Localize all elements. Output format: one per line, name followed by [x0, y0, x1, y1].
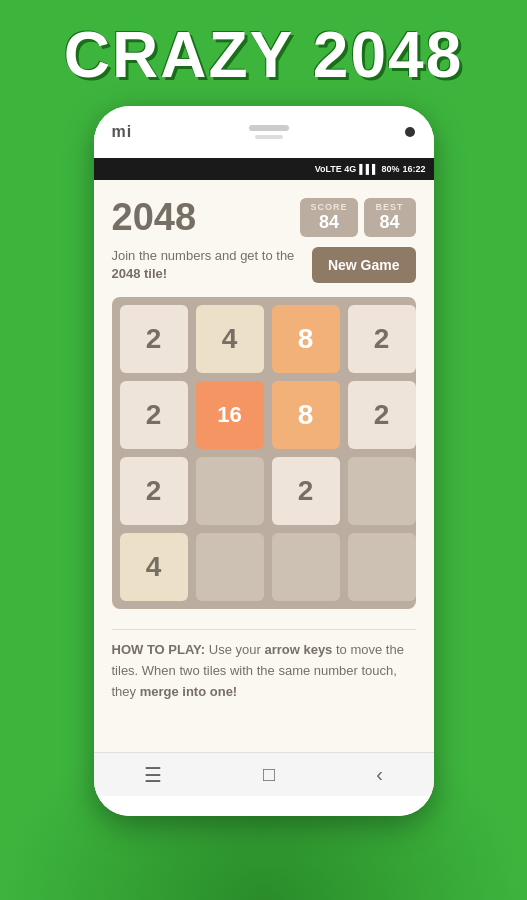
phone-top-center [249, 125, 289, 139]
signal-bars: ▌▌▌ [359, 164, 378, 174]
game-header: 2048 SCORE 84 BEST 84 [112, 196, 416, 239]
status-icons: VoLTE 4G ▌▌▌ 80% 16:22 [315, 164, 426, 174]
subtitle-bold: 2048 tile! [112, 266, 168, 281]
tile: 2 [348, 305, 416, 373]
game-title: 2048 [112, 196, 197, 239]
tile: 2 [348, 381, 416, 449]
tile: 8 [272, 305, 340, 373]
phone-bottom [94, 796, 434, 816]
phone-speaker [249, 125, 289, 131]
tile: 2 [120, 457, 188, 525]
tile [348, 457, 416, 525]
best-label: BEST [374, 202, 406, 212]
arrow-keys-bold: arrow keys [264, 642, 332, 657]
how-to-play-text1: Use your [209, 642, 265, 657]
tile: 2 [272, 457, 340, 525]
game-content: 2048 SCORE 84 BEST 84 Join the numbers a… [94, 180, 434, 752]
tile [272, 533, 340, 601]
tile [196, 533, 264, 601]
tile: 2 [120, 305, 188, 373]
tile [196, 457, 264, 525]
phone-brand: mi [112, 123, 133, 141]
best-value: 84 [374, 212, 406, 233]
tile: 2 [120, 381, 188, 449]
how-to-play-heading: HOW TO PLAY: [112, 642, 209, 657]
tile: 4 [120, 533, 188, 601]
time-display: 16:22 [402, 164, 425, 174]
phone-bottom-bar: ☰ □ ‹ [94, 752, 434, 796]
best-box: BEST 84 [364, 198, 416, 237]
menu-nav-icon[interactable]: ☰ [144, 763, 162, 787]
phone-camera [405, 127, 415, 137]
score-container: SCORE 84 BEST 84 [300, 198, 415, 237]
status-bar: VoLTE 4G ▌▌▌ 80% 16:22 [94, 158, 434, 180]
subtitle-text: Join the numbers and get to the [112, 248, 295, 263]
tile: 4 [196, 305, 264, 373]
phone-earpiece [255, 135, 283, 139]
battery-icon: 80% [381, 164, 399, 174]
back-nav-icon[interactable]: ‹ [376, 763, 383, 786]
how-to-play: HOW TO PLAY: Use your arrow keys to move… [112, 629, 416, 702]
new-game-button[interactable]: New Game [312, 247, 416, 283]
tile [348, 533, 416, 601]
tile: 16 [196, 381, 264, 449]
subtitle-row: Join the numbers and get to the 2048 til… [112, 247, 416, 283]
score-label: SCORE [310, 202, 347, 212]
tile: 8 [272, 381, 340, 449]
phone-shell: mi VoLTE 4G ▌▌▌ 80% 16:22 2048 SCORE 84 [94, 106, 434, 816]
phone-top-bar: mi [94, 106, 434, 158]
game-board[interactable]: 248221682224 [112, 297, 416, 609]
merge-text-bold: merge into one! [140, 684, 238, 699]
home-nav-icon[interactable]: □ [263, 763, 275, 786]
score-box: SCORE 84 [300, 198, 357, 237]
game-subtitle: Join the numbers and get to the 2048 til… [112, 247, 302, 283]
app-title: Crazy 2048 [64, 18, 463, 92]
signal-icon: VoLTE 4G [315, 164, 357, 174]
score-value: 84 [310, 212, 347, 233]
